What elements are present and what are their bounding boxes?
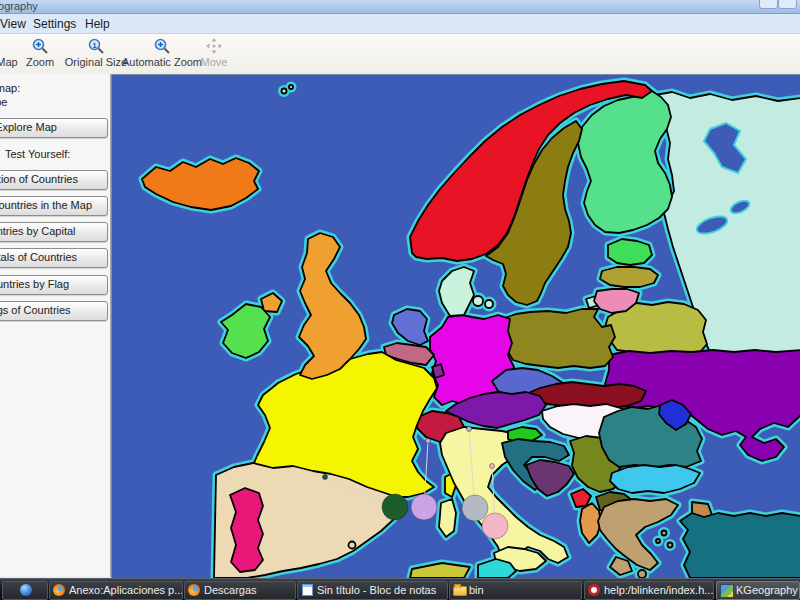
country-portugal[interactable]	[230, 488, 263, 572]
country-turkey[interactable]	[680, 513, 800, 578]
blue-app-icon	[20, 584, 32, 596]
move-button[interactable]: Move	[190, 36, 238, 72]
sidebar: Current map: Europe Explore Map Test You…	[0, 74, 111, 577]
taskbar-button-notepad[interactable]: Sin título - Bloc de notas	[297, 581, 448, 600]
san-marino-location-dot	[467, 427, 472, 432]
quiz-countries-by-capital-button[interactable]: Countries by Capital	[0, 222, 108, 242]
quiz-location-of-countries-button[interactable]: Location of Countries	[0, 170, 108, 190]
small-state-andorra[interactable]	[382, 494, 408, 520]
country-dk-isl1[interactable]	[473, 296, 483, 306]
firefox-icon	[188, 584, 200, 596]
close-button[interactable]	[778, 0, 797, 9]
quiz-capitals-of-countries-button[interactable]: Capitals of Countries	[0, 248, 108, 268]
menubar: View Settings Help	[0, 14, 800, 34]
menu-help[interactable]: Help	[81, 16, 114, 32]
firefox-icon	[53, 584, 65, 596]
country-gr-isl2[interactable]	[668, 543, 673, 548]
menu-settings[interactable]: Settings	[29, 16, 80, 32]
small-state-vatican[interactable]	[482, 513, 508, 539]
small-state-san-marino[interactable]	[462, 495, 488, 521]
explore-map-button[interactable]: Explore Map	[0, 118, 108, 138]
taskbar-button-app[interactable]	[2, 581, 48, 600]
kgeography-icon	[720, 584, 734, 598]
window-titlebar[interactable]: KGeography	[0, 0, 800, 14]
andorra-location-dot	[323, 475, 328, 480]
move-icon	[205, 37, 223, 55]
open-map-button[interactable]: Open Map	[0, 36, 18, 72]
test-yourself-label: Test Yourself:	[5, 148, 70, 160]
notepad-icon	[302, 584, 313, 596]
quiz-countries-by-flag-button[interactable]: Countries by Flag	[0, 275, 108, 295]
maximize-button[interactable]	[759, 0, 778, 9]
country-gr-isl3[interactable]	[656, 539, 660, 543]
menu-view[interactable]: View	[0, 16, 30, 32]
folder-icon	[453, 586, 467, 596]
country-sardinia[interactable]	[439, 499, 456, 537]
taskbar-button-firefox-descargas[interactable]: Descargas	[184, 581, 296, 600]
vatican-location-dot	[490, 464, 495, 469]
current-map-label: Current map:	[0, 82, 20, 94]
current-map-value: Europe	[0, 96, 7, 108]
window-title: KGeography	[0, 0, 38, 12]
taskbar: Anexo:Aplicaciones p... Descargas Sin tí…	[0, 578, 800, 600]
country-faroe2[interactable]	[289, 85, 293, 89]
country-balearic[interactable]	[349, 542, 356, 549]
map-view[interactable]	[111, 74, 800, 578]
country-gr-isl4[interactable]	[638, 570, 646, 578]
country-latvia[interactable]	[600, 267, 658, 287]
monaco-location-dot	[426, 439, 431, 444]
quiz-place-countries-button[interactable]: Place Countries in the Map	[0, 196, 108, 216]
taskbar-button-bin-folder[interactable]: bin	[449, 581, 582, 600]
taskbar-button-firefox-anexo[interactable]: Anexo:Aplicaciones p...	[49, 581, 183, 600]
country-dk-isl2[interactable]	[485, 300, 493, 308]
country-faroe1[interactable]	[282, 89, 287, 94]
country-gr-isl1[interactable]	[662, 531, 667, 536]
zoom-in-icon	[31, 37, 49, 55]
help-icon	[588, 584, 600, 596]
zoom-original-icon: 1	[87, 37, 105, 55]
taskbar-button-kgeography[interactable]: KGeography	[716, 581, 800, 600]
small-state-monaco[interactable]	[411, 494, 437, 520]
map-icon	[0, 37, 1, 55]
svg-text:1: 1	[92, 41, 97, 50]
quiz-flags-of-countries-button[interactable]: Flags of Countries	[0, 301, 108, 321]
toolbar: Open Map Zoom 1 Original Size Automatic …	[0, 34, 800, 75]
desktop-screen: KGeography View Settings Help Open Map Z…	[0, 0, 800, 600]
zoom-button[interactable]: Zoom	[18, 36, 62, 72]
taskbar-button-help-browser[interactable]: help:/blinken/index.h...	[584, 581, 714, 600]
country-luxembourg[interactable]	[432, 364, 444, 378]
europe-map[interactable]	[112, 75, 800, 578]
zoom-auto-icon	[153, 37, 171, 55]
country-estonia[interactable]	[608, 239, 652, 265]
